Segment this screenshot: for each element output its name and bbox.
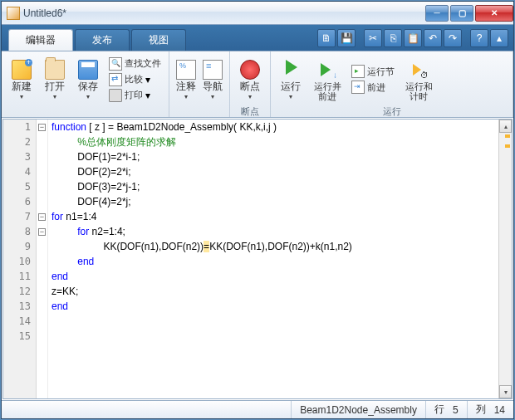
find-files-button[interactable]: 查找文件 — [106, 56, 164, 71]
nav-icon — [203, 60, 223, 80]
run-section-button[interactable]: 运行节 — [349, 64, 397, 79]
advance-button[interactable]: 前进 — [349, 80, 397, 95]
qat-copy-icon[interactable]: ⎘ — [384, 29, 402, 47]
print-icon — [109, 89, 122, 102]
fold-toggle[interactable]: − — [38, 228, 46, 236]
code-area[interactable]: function [ z ] = Beam1D2Node_Assembly( K… — [48, 120, 512, 398]
scroll-marker — [505, 134, 510, 138]
timer-icon — [409, 60, 429, 80]
run-time-button[interactable]: 运行和 计时 — [399, 53, 439, 105]
app-icon — [7, 7, 20, 20]
editor-window: Untitled6* ─ ▢ ✕ 编辑器 发布 视图 🗎 💾 ✂ ⎘ 📋 ↶ ↷… — [1, 1, 514, 419]
fold-toggle[interactable]: − — [38, 213, 46, 221]
new-icon — [12, 60, 32, 80]
new-button[interactable]: 新建 ▾ — [5, 53, 38, 105]
navigate-button[interactable]: 导航 ▾ — [199, 53, 226, 105]
fold-gutter: − − − — [37, 120, 48, 398]
qat-separator — [464, 29, 468, 47]
save-button[interactable]: 保存 ▾ — [71, 53, 105, 105]
line-number-gutter: 1 2 3 4 5 6 7 8 9 10 11 12 13 14 15 — [3, 120, 37, 398]
compare-icon — [109, 73, 122, 86]
scroll-up-button[interactable]: ▴ — [499, 120, 512, 133]
run-advance-icon — [317, 60, 337, 80]
group-run: 运行 ▾ 运行并 前进 运行节 前进 运行和 计时 运行 — [271, 51, 513, 117]
qat-redo-icon[interactable]: ↷ — [444, 29, 462, 47]
status-col: 列 14 — [467, 401, 513, 418]
scroll-marker — [505, 144, 510, 148]
titlebar: Untitled6* ─ ▢ ✕ — [2, 2, 513, 25]
qat-minimize-ribbon-icon[interactable]: ▴ — [490, 29, 508, 47]
comment-button[interactable]: 注释 ▾ — [173, 53, 199, 105]
breakpoint-icon — [240, 60, 260, 80]
save-icon — [78, 60, 98, 80]
group-nav: 注释 ▾ 导航 ▾ — [169, 51, 230, 117]
scroll-down-button[interactable]: ▾ — [499, 385, 512, 398]
section-icon — [351, 65, 365, 78]
qat-paste-icon[interactable]: 📋 — [404, 29, 422, 47]
statusbar: Beam1D2Node_Assembly 行 5 列 14 — [2, 400, 513, 418]
tab-view[interactable]: 视图 — [131, 29, 186, 51]
run-advance-button[interactable]: 运行并 前进 — [307, 53, 347, 105]
dropdown-icon: ▾ — [53, 93, 56, 100]
run-icon — [286, 60, 297, 75]
ribbon-tabstrip: 编辑器 发布 视图 🗎 💾 ✂ ⎘ 📋 ↶ ↷ ? ▴ — [2, 25, 513, 51]
run-button[interactable]: 运行 ▾ — [274, 53, 307, 105]
qat-separator — [357, 29, 362, 47]
tab-editor[interactable]: 编辑器 — [8, 29, 73, 51]
dropdown-icon: ▾ — [20, 93, 23, 100]
dropdown-icon: ▾ — [86, 93, 90, 100]
qat-undo-icon[interactable]: ↶ — [424, 29, 442, 47]
find-icon — [109, 57, 122, 71]
group-file: 新建 ▾ 打开 ▾ 保存 ▾ 查找文件 比较 ▾ 打印 ▾ — [2, 51, 169, 117]
status-function: Beam1D2Node_Assembly — [291, 401, 425, 418]
code-editor[interactable]: 1 2 3 4 5 6 7 8 9 10 11 12 13 14 15 − − … — [2, 119, 513, 399]
quick-access-toolbar: 🗎 💾 ✂ ⎘ 📋 ↶ ↷ ? ▴ — [317, 25, 513, 51]
ribbon: 新建 ▾ 打开 ▾ 保存 ▾ 查找文件 比较 ▾ 打印 ▾ — [2, 51, 513, 118]
qat-cut-icon[interactable]: ✂ — [364, 29, 382, 47]
minimize-button[interactable]: ─ — [425, 5, 449, 22]
fold-toggle[interactable]: − — [38, 124, 46, 131]
tab-publish[interactable]: 发布 — [75, 29, 130, 51]
close-button[interactable]: ✕ — [475, 5, 513, 22]
open-icon — [45, 60, 65, 80]
qat-doc-icon[interactable]: 🗎 — [317, 29, 336, 47]
maximize-button[interactable]: ▢ — [450, 5, 473, 22]
group-breakpoints: 断点 ▾ 断点 — [230, 51, 271, 117]
window-title: Untitled6* — [23, 7, 66, 19]
status-row: 行 5 — [425, 401, 467, 418]
breakpoints-button[interactable]: 断点 ▾ — [233, 53, 267, 105]
qat-save-icon[interactable]: 💾 — [337, 29, 356, 47]
comment-icon — [176, 60, 196, 80]
vertical-scrollbar[interactable]: ▴ ▾ — [498, 120, 512, 398]
print-button[interactable]: 打印 ▾ — [106, 88, 164, 103]
qat-help-icon[interactable]: ? — [470, 29, 488, 47]
advance-icon — [351, 81, 365, 94]
open-button[interactable]: 打开 ▾ — [38, 53, 71, 105]
compare-button[interactable]: 比较 ▾ — [106, 72, 164, 87]
